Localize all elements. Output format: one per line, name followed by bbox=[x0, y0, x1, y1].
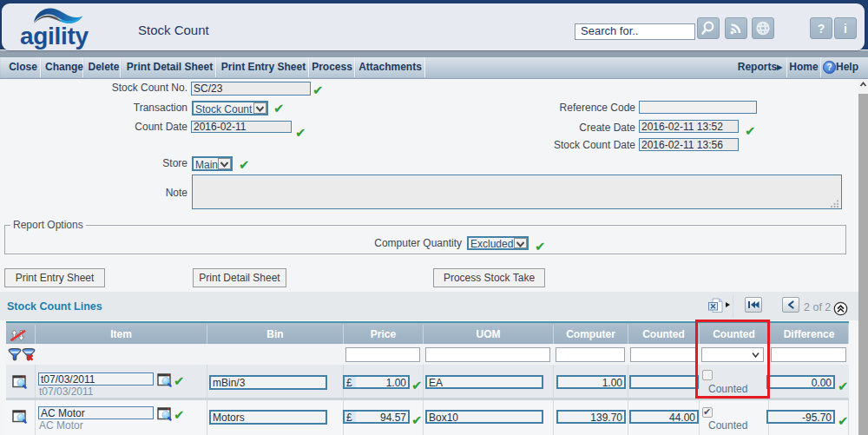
svg-text:agility: agility bbox=[20, 23, 89, 49]
